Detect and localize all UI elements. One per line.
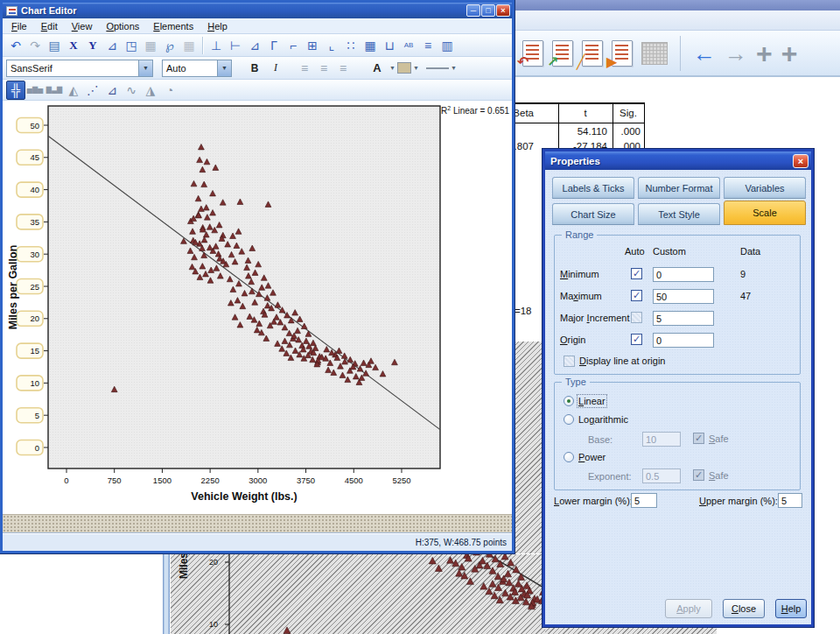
footnote-icon[interactable]: ⌐ [284, 36, 303, 55]
chevron-down-icon[interactable]: ▼ [413, 65, 419, 71]
stacked-bar-icon: ▇▃▇ [45, 81, 64, 100]
status-bar: H:375, W:468.75 points [3, 533, 512, 551]
x-axis[interactable]: 0750150022503000375045005250 [64, 468, 410, 485]
auto-checkbox-origin[interactable]: ✓ [631, 334, 642, 345]
plot-area[interactable] [48, 106, 440, 468]
line-style-button[interactable] [426, 67, 449, 69]
font-size-combo[interactable]: Auto ▼ [162, 60, 232, 77]
bold-button[interactable]: B [244, 62, 265, 74]
display-line-checkbox[interactable] [564, 356, 575, 367]
logarithmic-radio[interactable] [564, 414, 574, 425]
y-axis[interactable]: 05101520253035404550 [17, 118, 48, 455]
custom-input-major-increment[interactable] [653, 311, 714, 326]
minimize-button[interactable]: ─ [466, 4, 480, 17]
table-cell: 54.110 [558, 126, 607, 137]
dialog-titlebar[interactable]: Properties × [545, 151, 811, 170]
hide-axis-icon[interactable]: ⊔ [380, 36, 399, 55]
menu-view[interactable]: View [65, 20, 100, 32]
close-button[interactable]: × [496, 4, 510, 17]
table-cell: .000 [612, 126, 640, 137]
linear-radio[interactable] [564, 396, 574, 406]
data-grid-icon: ▦ [141, 36, 160, 55]
rescale-in-icon[interactable]: ⊿ [102, 36, 122, 55]
scatter-chart[interactable]: 0510152025303540455007501500225030003750… [3, 101, 512, 514]
legend-text-icon[interactable]: ≡ [418, 36, 438, 55]
legend-icon[interactable]: ⌞ [322, 36, 341, 55]
auto-checkbox-minimum[interactable]: ✓ [631, 268, 642, 279]
auto-checkbox-maximum[interactable]: ✓ [631, 290, 642, 301]
menu-edit[interactable]: Edit [34, 20, 65, 32]
menu-help[interactable]: Help [200, 20, 234, 32]
properties-icon[interactable]: ▤ [45, 36, 64, 55]
upper-margin-input[interactable] [778, 493, 802, 508]
svg-text:25: 25 [30, 282, 39, 292]
chevron-down-icon[interactable]: ▼ [451, 65, 457, 71]
data-labels-icon[interactable]: AB [399, 36, 418, 55]
tab-text-style[interactable]: Text Style [638, 203, 720, 225]
rescale-out-icon[interactable]: ◳ [122, 36, 141, 55]
back-arrow-icon[interactable]: ← [693, 42, 716, 65]
linear-label[interactable]: Linear [578, 396, 606, 406]
menu-file[interactable]: File [4, 20, 34, 32]
insert-heading-icon: + [756, 39, 773, 67]
y-axis-icon[interactable]: Y [83, 36, 102, 55]
tab-chart-size[interactable]: Chart Size [552, 203, 634, 225]
text-color-button[interactable]: A [367, 61, 388, 74]
x-axis-icon[interactable]: X [64, 36, 83, 55]
close-button[interactable]: Close [723, 599, 765, 618]
grid-both-icon[interactable]: ▥ [438, 36, 457, 55]
lower-margin-label: Lower margin (%): [554, 496, 633, 506]
background-chart-hatch-sliver [545, 628, 717, 634]
y-axis-scale-icon[interactable]: ⊥ [206, 36, 226, 55]
italic-button[interactable]: I [265, 61, 286, 74]
tab-number-format[interactable]: Number Format [638, 177, 720, 199]
menu-options[interactable]: Options [99, 20, 146, 32]
font-family-combo[interactable]: SansSerif ▼ [6, 60, 153, 77]
menu-elements[interactable]: Elements [146, 20, 200, 32]
tab-scale[interactable]: Scale [724, 201, 806, 225]
custom-input-origin[interactable] [653, 333, 714, 348]
auto-checkbox-major-increment [631, 312, 642, 323]
edit-output-icon[interactable]: ╱ [582, 40, 603, 67]
chevron-down-icon[interactable]: ▼ [217, 60, 231, 76]
svg-text:30: 30 [30, 250, 39, 259]
minor-gridlines-icon[interactable]: ∷ [341, 36, 360, 55]
custom-input-maximum[interactable] [653, 289, 714, 304]
chart-canvas[interactable]: 0510152025303540455007501500225030003750… [3, 101, 512, 514]
lower-margin-input[interactable] [631, 493, 657, 508]
lasso-select-icon[interactable]: ℘ [160, 36, 179, 55]
display-line-label: Display line at origin [579, 356, 665, 366]
recall-dialog-icon[interactable]: ↶ [522, 40, 543, 67]
run-script-icon[interactable]: ▶ [612, 40, 633, 67]
svg-text:2250: 2250 [201, 476, 220, 485]
show-frame-icon[interactable]: Γ [264, 36, 284, 55]
export-chart-icon[interactable]: ↗ [552, 40, 573, 67]
svg-text:45: 45 [30, 152, 39, 162]
chevron-down-icon[interactable]: ▼ [389, 65, 396, 71]
transpose-axes-icon[interactable]: ⊿ [245, 36, 264, 55]
tab-variables[interactable]: Variables [724, 177, 806, 199]
y-axis-title[interactable]: Miles per Gallon [7, 245, 19, 330]
align-center-icon: ≡ [314, 59, 333, 78]
help-button[interactable]: Help [775, 599, 807, 618]
x-axis-title[interactable]: Vehicle Weight (lbs.) [191, 490, 297, 503]
pan-move-icon[interactable]: ╬ [6, 81, 25, 100]
power-label[interactable]: Power [578, 452, 606, 462]
background-scatter [171, 554, 545, 634]
toolbar-separator [680, 36, 681, 71]
major-gridlines-icon[interactable]: ▦ [360, 36, 380, 55]
dialog-close-icon[interactable]: × [793, 154, 808, 168]
viewer-pane-splitter[interactable] [163, 553, 170, 634]
maximize-button[interactable]: □ [481, 4, 495, 17]
base-label: Base: [588, 434, 612, 445]
x-axis-scale-icon[interactable]: ⊢ [226, 36, 245, 55]
undo-icon[interactable]: ↶ [6, 36, 25, 55]
tab-labels-ticks[interactable]: Labels & Ticks [552, 177, 634, 199]
text-box-icon[interactable]: ⊞ [303, 36, 322, 55]
power-radio[interactable] [564, 452, 574, 462]
chevron-down-icon[interactable]: ▼ [138, 60, 152, 76]
fill-color-swatch[interactable] [397, 62, 411, 74]
logarithmic-label[interactable]: Logarithmic [578, 414, 628, 425]
custom-input-minimum[interactable] [653, 267, 714, 282]
chart-editor-titlebar[interactable]: Chart Editor ─ □ × [3, 3, 512, 18]
